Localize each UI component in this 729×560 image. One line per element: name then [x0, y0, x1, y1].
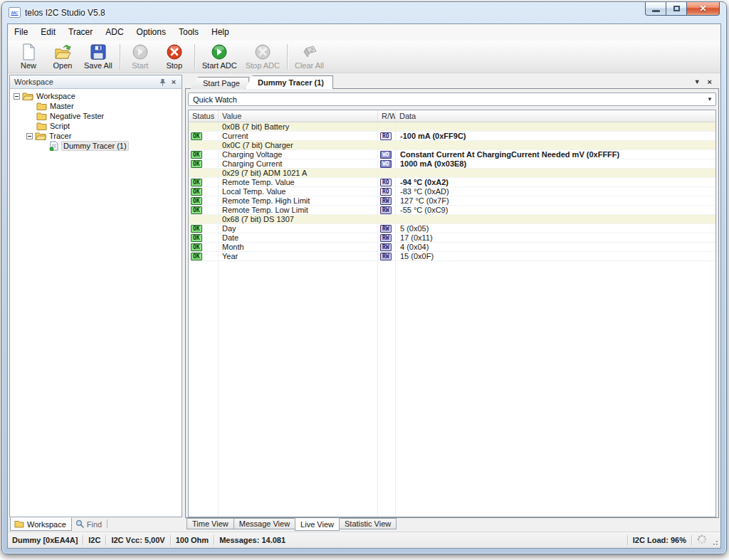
table-row[interactable]: OK Current RO -100 mA (0xFF9C)	[189, 132, 715, 141]
tab-time-view[interactable]: Time View	[187, 518, 234, 529]
status-badge: OK	[191, 234, 202, 242]
table-row[interactable]: OK Day RW 5 (0x05)	[189, 224, 715, 233]
tab-find[interactable]: Find	[72, 517, 107, 531]
column-header-data[interactable]: Data	[396, 110, 715, 122]
menu-edit[interactable]: Edit	[34, 24, 62, 41]
folder-icon	[36, 102, 47, 110]
tab-statistic-view[interactable]: Statistic View	[339, 518, 397, 529]
menu-tools[interactable]: Tools	[172, 24, 205, 41]
new-button[interactable]: New	[11, 42, 46, 72]
quick-watch-combobox[interactable]: Quick Watch ▼	[188, 93, 716, 106]
workspace-tree: Workspace Master Negativ	[9, 89, 182, 517]
svg-text:2: 2	[310, 48, 313, 53]
status-device: Dummy [0xEA4A]	[12, 536, 78, 544]
tree-item-dummy-tracer[interactable]: Dummy Tracer (1)	[10, 141, 182, 151]
table-row[interactable]: OK Remote Temp. High Limit RW 127 °C (0x…	[189, 196, 715, 206]
tree-item-tracer[interactable]: Tracer	[10, 131, 182, 141]
table-row[interactable]: OK Date RW 17 (0x11)	[189, 233, 715, 243]
folder-icon	[36, 112, 47, 120]
status-bar: Dummy [0xEA4A] I2C I2C Vcc: 5,00V 100 Oh…	[8, 532, 720, 548]
app-window: IIC telos I2C Studio V5.8 ✕ File Edit Tr…	[1, 1, 727, 554]
tab-dummy-tracer[interactable]: Dummy Tracer (1)	[245, 75, 333, 89]
chevron-down-icon[interactable]: ▼	[704, 93, 715, 105]
open-button[interactable]: Open	[46, 42, 80, 72]
caption-buttons: ✕	[645, 2, 720, 16]
table-row[interactable]: OK Remote Temp. Value RO -94 °C (0xA2)	[189, 178, 715, 187]
column-header-rw[interactable]: R/W	[378, 110, 396, 122]
status-vcc: I2C Vcc: 5,00V	[111, 536, 164, 544]
quick-watch-value: Quick Watch	[193, 95, 237, 104]
folder-icon	[36, 122, 47, 130]
table-row[interactable]: OK Charging Current WO 1000 mA (0x03E8)	[189, 159, 715, 169]
tree-item-workspace[interactable]: Workspace	[10, 91, 182, 101]
app-logo-icon: IIC	[9, 7, 21, 18]
menu-file[interactable]: File	[8, 24, 34, 41]
status-messages: Messages: 14.081	[219, 536, 285, 544]
save-all-button[interactable]: Save All	[80, 42, 117, 72]
menu-adc[interactable]: ADC	[99, 24, 130, 41]
tab-live-view[interactable]: Live View	[295, 518, 340, 531]
stop-icon	[166, 43, 183, 60]
restore-button[interactable]	[666, 2, 686, 16]
window-title: telos I2C Studio V5.8	[25, 8, 105, 18]
collapse-icon[interactable]	[14, 93, 20, 100]
table-row[interactable]: 0x29 (7 bit) ADM 1021 A	[189, 169, 715, 178]
panel-close-icon[interactable]: ×	[168, 77, 179, 88]
close-tab-icon[interactable]: ×	[708, 78, 712, 86]
column-header-status[interactable]: Status	[189, 110, 219, 122]
document-tabstrip: Start Page Dummy Tracer (1) ▼ ×	[185, 75, 719, 89]
table-row[interactable]: OK Charging Voltage WO Constant Current …	[189, 150, 715, 159]
tree-item-script[interactable]: Script	[10, 121, 182, 131]
stop-button[interactable]: Stop	[157, 42, 192, 72]
tab-list-dropdown-icon[interactable]: ▼	[694, 79, 701, 85]
tracer-document: Quick Watch ▼ Status Value R/W Data	[185, 89, 719, 518]
table-row[interactable]: OK Remote Temp. Low Limit RW -55 °C (0xC…	[189, 206, 715, 215]
tabstrip-controls: ▼ ×	[694, 78, 719, 89]
tracer-document-icon	[49, 141, 58, 151]
save-all-icon	[90, 43, 107, 60]
spinner-icon	[697, 534, 707, 546]
column-header-value[interactable]: Value	[219, 110, 378, 122]
menu-options[interactable]: Options	[130, 24, 172, 41]
table-row[interactable]: OK Month RW 4 (0x04)	[189, 243, 715, 252]
status-bus: I2C	[88, 536, 100, 544]
document-area: Start Page Dummy Tracer (1) ▼ × Quick Wa…	[185, 75, 719, 532]
tree-item-master[interactable]: Master	[10, 101, 182, 111]
table-row[interactable]: 0x0C (7 bit) Charger	[189, 141, 715, 150]
table-row[interactable]: OK Local Temp. Value RO -83 °C (0xAD)	[189, 187, 715, 196]
rw-badge: RW	[380, 253, 392, 260]
tab-workspace[interactable]: Workspace	[10, 517, 72, 531]
tab-start-page[interactable]: Start Page	[190, 77, 249, 89]
tab-divider	[107, 519, 107, 528]
menu-tracer[interactable]: Tracer	[62, 24, 99, 41]
pin-icon[interactable]	[157, 77, 168, 88]
close-button[interactable]: ✕	[686, 2, 720, 16]
stop-adc-button: Stop ADC	[241, 42, 284, 72]
start-adc-button[interactable]: Start ADC	[198, 42, 241, 72]
workspace-panel-header: Workspace ×	[9, 75, 182, 89]
status-badge: OK	[191, 243, 202, 251]
resize-grip[interactable]	[710, 537, 718, 546]
minimize-button[interactable]	[645, 2, 666, 16]
status-i2c-load: I2C Load: 96%	[633, 536, 686, 544]
table-body: 0x0B (7 bit) Battery OK Current RO -100 …	[189, 122, 715, 517]
stop-adc-icon	[254, 43, 271, 60]
live-view-table: Status Value R/W Data 0x0B (7 bit) Batte…	[188, 110, 716, 517]
rw-badge: RW	[380, 243, 392, 251]
table-row[interactable]: 0x68 (7 bit) DS 1307	[189, 215, 715, 224]
table-header: Status Value R/W Data	[189, 110, 715, 122]
workspace-bottom-tabs: Workspace Find	[9, 517, 182, 532]
new-document-icon	[20, 43, 37, 60]
collapse-icon[interactable]	[26, 133, 33, 139]
minimize-icon	[652, 10, 660, 12]
open-folder-icon	[35, 132, 46, 140]
tab-message-view[interactable]: Message View	[234, 518, 295, 529]
menu-help[interactable]: Help	[205, 24, 236, 41]
table-row[interactable]: 0x0B (7 bit) Battery	[189, 122, 715, 132]
window-content: File Edit Tracer ADC Options Tools Help …	[7, 23, 721, 549]
title-bar[interactable]: IIC telos I2C Studio V5.8 ✕	[2, 2, 726, 23]
tree-item-negative-tester[interactable]: Negative Tester	[10, 111, 182, 121]
toolbar-separator	[194, 44, 195, 70]
table-row[interactable]: OK Year RW 15 (0x0F)	[189, 252, 715, 261]
close-icon: ✕	[699, 4, 706, 13]
